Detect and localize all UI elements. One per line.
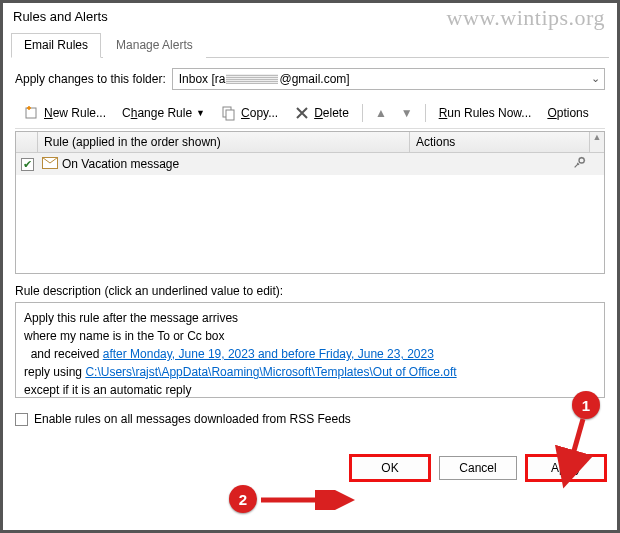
tab-email-rules[interactable]: Email Rules — [11, 33, 101, 58]
annotation-badge-2: 2 — [229, 485, 257, 513]
separator — [362, 104, 363, 122]
folder-value-prefix: Inbox [ra — [179, 72, 226, 86]
titlebar: Rules and Alerts www.wintips.org — [3, 3, 617, 28]
template-path-link[interactable]: C:\Users\rajst\AppData\Roaming\Microsoft… — [85, 365, 456, 379]
annotation-badge-1: 1 — [572, 391, 600, 419]
dropdown-arrow-icon: ▼ — [196, 108, 205, 118]
tab-manage-alerts[interactable]: Manage Alerts — [103, 33, 206, 58]
desc-line: reply using C:\Users\rajst\AppData\Roami… — [24, 363, 596, 381]
rss-label: Enable rules on all messages downloaded … — [34, 412, 351, 426]
tab-strip: Email Rules Manage Alerts — [11, 28, 609, 58]
rss-row: ✔ Enable rules on all messages downloade… — [15, 412, 605, 426]
delete-button[interactable]: Delete — [289, 102, 354, 124]
new-rule-icon — [24, 105, 40, 121]
ok-button[interactable]: OK — [351, 456, 429, 480]
folder-select[interactable]: Inbox [ra @gmail.com] ⌄ — [172, 68, 605, 90]
delete-icon — [294, 105, 310, 121]
copy-button[interactable]: Copy... — [216, 102, 283, 124]
rules-alerts-dialog: Rules and Alerts www.wintips.org Email R… — [0, 0, 620, 533]
redacted-text — [226, 74, 278, 84]
header-actions[interactable]: Actions — [410, 132, 590, 152]
rule-checkbox[interactable]: ✔ — [21, 158, 34, 171]
header-rule[interactable]: Rule (applied in the order shown) — [38, 132, 410, 152]
move-down-button[interactable]: ▼ — [397, 104, 417, 122]
svg-point-4 — [579, 157, 584, 162]
dialog-footer: OK Cancel Apply — [3, 448, 617, 488]
annotation-arrow-2 — [257, 490, 357, 510]
svg-rect-0 — [26, 108, 36, 118]
cancel-button[interactable]: Cancel — [439, 456, 517, 480]
chevron-down-icon[interactable]: ⌄ — [591, 72, 600, 85]
description-box: Apply this rule after the message arrive… — [15, 302, 605, 398]
rule-name: On Vacation message — [62, 157, 179, 171]
desc-line: except if it is an automatic reply — [24, 381, 596, 398]
run-rules-now-button[interactable]: Run Rules Now... — [434, 103, 537, 123]
options-button[interactable]: Options — [542, 103, 593, 123]
new-rule-button[interactable]: New Rule... — [19, 102, 111, 124]
rule-table-header: Rule (applied in the order shown) Action… — [16, 132, 604, 153]
description-label: Rule description (click an underlined va… — [15, 284, 605, 298]
folder-row: Apply changes to this folder: Inbox [ra … — [15, 68, 605, 90]
svg-rect-2 — [226, 110, 234, 120]
rule-table-body: ✔ On Vacation message — [16, 153, 604, 273]
rules-toolbar: New Rule... Change Rule ▼ Copy... Delete… — [15, 98, 605, 129]
change-rule-button[interactable]: Change Rule ▼ — [117, 103, 210, 123]
apply-button[interactable]: Apply — [527, 456, 605, 480]
copy-icon — [221, 105, 237, 121]
table-row[interactable]: ✔ On Vacation message — [16, 153, 604, 175]
tools-icon — [572, 156, 586, 173]
desc-line: Apply this rule after the message arrive… — [24, 309, 596, 327]
scroll-up-icon[interactable]: ▲ — [590, 132, 604, 152]
watermark-text: www.wintips.org — [447, 5, 605, 31]
separator — [425, 104, 426, 122]
window-title: Rules and Alerts — [13, 9, 108, 24]
move-up-button[interactable]: ▲ — [371, 104, 391, 122]
rss-checkbox[interactable]: ✔ — [15, 413, 28, 426]
folder-label: Apply changes to this folder: — [15, 72, 166, 86]
envelope-icon — [42, 157, 58, 172]
folder-value-suffix: @gmail.com] — [279, 72, 349, 86]
date-range-link[interactable]: after Monday, June 19, 2023 and before F… — [103, 347, 434, 361]
desc-line: and received after Monday, June 19, 2023… — [24, 345, 596, 363]
desc-line: where my name is in the To or Cc box — [24, 327, 596, 345]
rule-table: Rule (applied in the order shown) Action… — [15, 131, 605, 274]
content-area: Apply changes to this folder: Inbox [ra … — [3, 58, 617, 436]
